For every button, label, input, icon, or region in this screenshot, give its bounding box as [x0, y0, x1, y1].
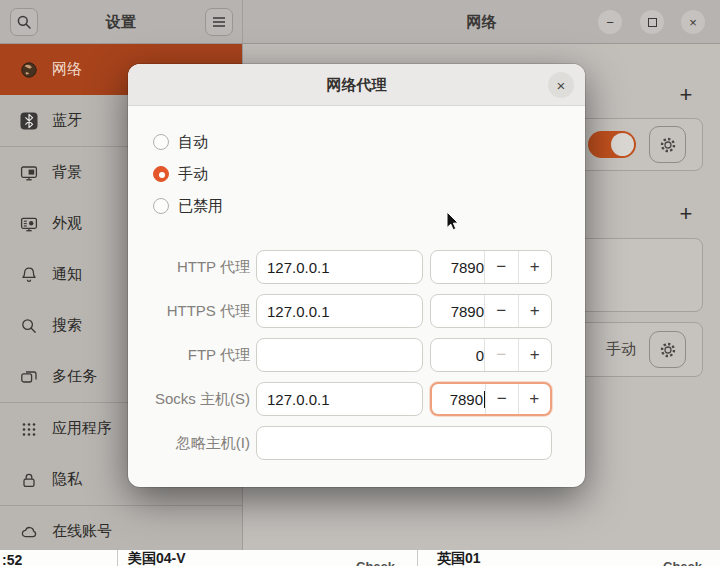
radio-icon: [153, 134, 169, 150]
maximize-icon: [648, 18, 657, 27]
ftp-proxy-host-input[interactable]: [256, 338, 423, 372]
proxy-settings-button[interactable]: [649, 331, 686, 368]
decrement-button[interactable]: −: [485, 384, 518, 414]
toggle-knob: [611, 133, 634, 156]
close-button[interactable]: ×: [681, 10, 705, 34]
http-proxy-host-input[interactable]: [256, 250, 423, 284]
plus-icon: +: [680, 201, 693, 226]
radio-disabled[interactable]: 已禁用: [153, 190, 223, 222]
add-wired-connection-button[interactable]: +: [674, 83, 698, 107]
field-label: HTTP 代理: [128, 250, 250, 284]
decrement-button[interactable]: −: [484, 251, 518, 283]
field-label: FTP 代理: [128, 338, 250, 372]
http-proxy-port-spinner: 7890 − +: [430, 250, 552, 284]
dialog-close-button[interactable]: ×: [548, 72, 574, 98]
sidebar-item-label: 蓝牙: [52, 111, 82, 130]
radio-icon: [153, 198, 169, 214]
proxy-form: HTTP 代理 7890 − + HTTPS 代理 7890 − + FTP 代…: [128, 250, 585, 470]
appearance-icon: [20, 215, 38, 233]
globe-icon: [20, 61, 38, 79]
close-icon: ×: [689, 16, 697, 29]
proxy-mode-radio-group: 自动 手动 已禁用: [153, 126, 223, 222]
connection-toggle[interactable]: [588, 131, 636, 158]
maximize-button[interactable]: [640, 10, 664, 34]
sidebar-item-label: 外观: [52, 214, 82, 233]
cloud-icon: [20, 523, 38, 541]
port-value[interactable]: 7890: [431, 251, 484, 283]
gear-icon: [658, 340, 678, 360]
sidebar-item-label: 多任务: [52, 367, 97, 386]
bell-icon: [20, 266, 38, 284]
http-proxy-row: HTTP 代理 7890 − +: [128, 250, 585, 284]
sidebar-item-label: 背景: [52, 163, 82, 182]
sidebar-item-label: 应用程序: [52, 419, 112, 438]
network-proxy-dialog: 网络代理 × 自动 手动 已禁用 HTTP 代理 7890: [128, 64, 585, 487]
sidebar-item-label: 在线账号: [52, 522, 112, 541]
increment-button[interactable]: +: [518, 295, 552, 327]
port-value[interactable]: 7890: [432, 384, 485, 414]
partial-text: :52: [2, 552, 22, 566]
field-label: 忽略主机(I): [128, 426, 250, 460]
ftp-proxy-port-spinner: 0 − +: [430, 338, 552, 372]
port-value[interactable]: 0: [431, 339, 484, 371]
https-proxy-port-spinner: 7890 − +: [430, 294, 552, 328]
field-label: Socks 主机(S): [128, 382, 250, 416]
apps-grid-icon: [20, 420, 38, 438]
https-proxy-row: HTTPS 代理 7890 − +: [128, 294, 585, 328]
minimize-icon: −: [606, 16, 614, 29]
minimize-button[interactable]: −: [598, 10, 622, 34]
dialog-header: 网络代理 ×: [128, 64, 585, 106]
increment-button[interactable]: +: [518, 384, 551, 414]
add-vpn-button[interactable]: +: [674, 202, 698, 226]
search-icon: [20, 317, 38, 335]
increment-button[interactable]: +: [518, 339, 552, 371]
sidebar-item-label: 搜索: [52, 316, 82, 335]
radio-selected-icon: [153, 166, 169, 182]
port-value[interactable]: 7890: [431, 295, 484, 327]
close-icon: ×: [557, 77, 566, 94]
background-window-strip: :52 美国04-V Check 英国01 Check: [0, 550, 720, 566]
background-icon: [20, 164, 38, 182]
plus-icon: +: [680, 82, 693, 107]
server-name: 美国04-V: [128, 550, 186, 566]
ftp-proxy-row: FTP 代理 0 − +: [128, 338, 585, 372]
multitasking-icon: [20, 368, 38, 386]
decrement-button[interactable]: −: [484, 295, 518, 327]
lock-icon: [20, 471, 38, 489]
sidebar-item-online-accounts[interactable]: 在线账号: [0, 506, 242, 550]
https-proxy-host-input[interactable]: [256, 294, 423, 328]
server-name: 英国01: [437, 550, 481, 566]
check-button[interactable]: Check: [356, 559, 395, 566]
check-button[interactable]: Check: [663, 559, 702, 566]
decrement-button[interactable]: −: [484, 339, 518, 371]
hamburger-icon: [212, 16, 226, 28]
socks-port-spinner: 7890 − +: [430, 382, 552, 416]
connection-settings-button[interactable]: [649, 126, 686, 163]
headerbar-left: 设置: [0, 0, 243, 43]
headerbar: 设置 网络 − ×: [0, 0, 720, 44]
bluetooth-icon: [20, 112, 38, 130]
divider: [117, 550, 118, 566]
increment-button[interactable]: +: [518, 251, 552, 283]
socks-host-input[interactable]: [256, 382, 423, 416]
gear-icon: [658, 135, 678, 155]
proxy-mode-value: 手动: [606, 340, 636, 359]
menu-button[interactable]: [205, 8, 233, 36]
sidebar-item-label: 隐私: [52, 470, 82, 489]
socks-host-row: Socks 主机(S) 7890 − +: [128, 382, 585, 416]
dialog-title: 网络代理: [128, 64, 585, 106]
divider: [417, 550, 418, 566]
sidebar-item-label: 网络: [52, 60, 82, 79]
radio-manual[interactable]: 手动: [153, 158, 223, 190]
mouse-cursor: [446, 212, 462, 238]
radio-automatic[interactable]: 自动: [153, 126, 223, 158]
sidebar-item-label: 通知: [52, 265, 82, 284]
ignore-hosts-input[interactable]: [256, 426, 552, 460]
field-label: HTTPS 代理: [128, 294, 250, 328]
ignore-hosts-row: 忽略主机(I): [128, 426, 585, 460]
